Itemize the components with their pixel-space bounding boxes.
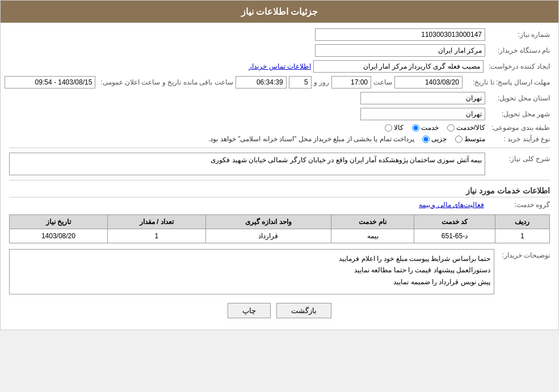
reply-time-input — [331, 76, 371, 88]
buttons-row: بازگشت چاپ — [9, 303, 550, 318]
category-label: طبقه بندی موضوعی: — [487, 124, 550, 132]
buyer-notes-section: توضیحات خریدار: حتما براساس شرایط پیوست … — [9, 249, 550, 294]
process-motavasset[interactable]: متوسط — [455, 135, 485, 143]
process-note: پرداخت تمام یا بخشی از مبلغ خریداز محل "… — [208, 135, 414, 143]
service-group-label: گروه خدمت: — [487, 201, 550, 209]
col-unit: واحد اندازه گیری — [205, 215, 331, 229]
buyer-org-input — [315, 44, 485, 57]
services-table: ردیف کد خدمت نام خدمت واحد اندازه گیری ت… — [9, 214, 550, 243]
buyer-notes-line1: حتما براساس شرایط پیوست مبلغ خود را اعلا… — [13, 253, 490, 264]
process-jozyi[interactable]: جزیی — [422, 135, 447, 143]
col-quantity: تعداد / مقدار — [107, 215, 205, 229]
description-label: شرح کلی نیاز: — [487, 153, 550, 163]
category-kala-khadamat-radio[interactable] — [447, 124, 455, 132]
category-radio-group: کالا/خدمت خدمت کالا — [385, 124, 485, 132]
description-textarea — [9, 153, 485, 175]
creator-label: ایجاد کننده درخواست: — [486, 62, 550, 70]
col-name: نام خدمت — [331, 215, 414, 229]
col-code: کد خدمت — [414, 215, 495, 229]
category-khadamat-radio[interactable] — [412, 124, 419, 132]
process-motavasset-label: متوسط — [464, 135, 485, 143]
print-button[interactable]: چاپ — [228, 303, 271, 318]
province-label: استان محل تحویل: — [487, 94, 550, 102]
contact-link[interactable]: اطلاعات تماس خریدار — [249, 62, 311, 70]
announce-date-input — [5, 76, 95, 88]
announce-date-label: تاریخ و ساعت اعلان عمومی: — [98, 78, 181, 86]
category-kala-label: کالا — [394, 124, 404, 132]
divider-1 — [9, 147, 550, 148]
process-jozyi-radio[interactable] — [422, 136, 430, 143]
category-kala-khadamat[interactable]: کالا/خدمت — [447, 124, 485, 132]
need-number-input — [315, 28, 485, 41]
category-khadamat-label: خدمت — [421, 124, 439, 132]
process-radio-group: متوسط جزیی — [422, 135, 485, 143]
process-jozyi-label: جزیی — [431, 135, 447, 143]
services-table-section: ردیف کد خدمت نام خدمت واحد اندازه گیری ت… — [9, 214, 550, 243]
reply-date-input — [394, 76, 463, 88]
col-row: ردیف — [495, 215, 549, 229]
cell-name: بیمه — [331, 229, 414, 243]
reply-remain-input — [236, 76, 287, 88]
cell-unit: قرارداد — [205, 229, 331, 243]
service-group-value[interactable]: فعالیت‌های مالی و بیمه — [419, 201, 484, 209]
buyer-notes-label: توضیحات خریدار: — [499, 249, 550, 259]
remain-label: ساعت باقی مانده — [183, 78, 233, 86]
cell-row: 1 — [495, 229, 549, 243]
process-motavasset-radio[interactable] — [455, 136, 463, 143]
category-kala-khadamat-label: کالا/خدمت — [456, 124, 485, 132]
time-label: ساعت — [373, 78, 392, 86]
buyer-notes-line3: پیش نویس قرارداد را ضمیمه نمایید — [13, 276, 490, 288]
services-title: اطلاعات خدمات مورد نیاز — [9, 186, 550, 197]
category-kala[interactable]: کالا — [385, 124, 404, 132]
city-input — [360, 108, 485, 120]
reply-days-input — [289, 76, 312, 88]
category-kala-radio[interactable] — [385, 124, 392, 132]
divider-2 — [9, 180, 550, 180]
creator-input — [313, 60, 484, 73]
need-number-label: شماره نیاز: — [487, 31, 550, 39]
page-title: جزئیات اطلاعات نیاز — [1, 1, 558, 23]
table-row: 1د-65-651بیمهقرارداد11403/08/20 — [10, 229, 550, 243]
buyer-notes-content: حتما براساس شرایط پیوست مبلغ خود را اعلا… — [9, 249, 494, 294]
city-label: شهر محل تحویل: — [487, 110, 550, 118]
reply-date-label: مهلت ارسال پاسخ: تا تاریخ: — [465, 78, 550, 86]
cell-code: د-65-651 — [414, 229, 495, 243]
buyer-notes-line2: دستورالعمل پیشنهاد قیمت را حتما مطالعه ن… — [13, 264, 490, 276]
col-date: تاریخ نیاز — [10, 215, 108, 229]
back-button[interactable]: بازگشت — [276, 303, 331, 318]
cell-quantity: 1 — [107, 229, 205, 243]
buyer-org-label: نام دستگاه خریدار: — [487, 47, 550, 54]
process-label: نوع فرآیند خرید : — [487, 135, 550, 143]
category-khadamat[interactable]: خدمت — [412, 124, 439, 132]
province-input — [360, 92, 485, 104]
days-label: روز و — [314, 78, 329, 86]
cell-date: 1403/08/20 — [10, 229, 108, 243]
